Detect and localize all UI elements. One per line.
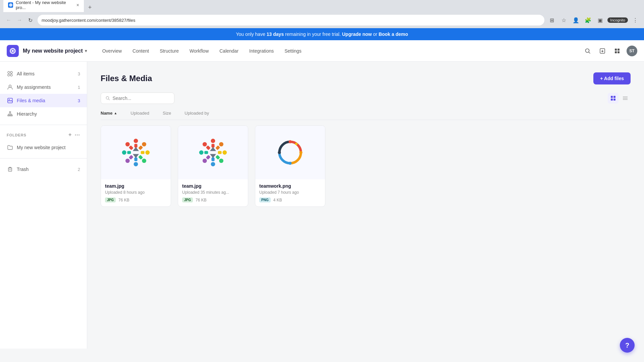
files-media-label: Files & media — [17, 98, 45, 103]
col-header-name[interactable]: Name ▲ — [101, 111, 117, 116]
svg-point-46 — [134, 162, 138, 166]
svg-rect-45 — [138, 155, 143, 160]
file-size-2: 76 KB — [196, 198, 207, 202]
file-card-3[interactable]: teamwork.png Uploaded 7 hours ago PNG 4 … — [255, 125, 325, 207]
folders-label: FOLDERS — [7, 133, 26, 137]
file-type-badge-1: JPG — [105, 197, 116, 202]
sidebar-item-all-items[interactable]: All items 3 — [0, 67, 87, 80]
back-button[interactable]: ← — [4, 15, 13, 25]
svg-rect-69 — [206, 145, 211, 150]
search-input[interactable] — [112, 96, 169, 101]
col-header-uploaded[interactable]: Uploaded — [130, 111, 149, 116]
avatar[interactable]: ST — [627, 46, 637, 56]
svg-point-10 — [8, 71, 10, 73]
svg-line-3 — [589, 52, 590, 53]
sidebar-item-my-assignments[interactable]: My assignments 1 — [0, 80, 87, 94]
svg-point-68 — [202, 141, 208, 147]
file-card-2[interactable]: team.jpg Uploaded 35 minutes ag... JPG 7… — [178, 125, 248, 207]
svg-point-50 — [122, 150, 126, 155]
svg-point-70 — [288, 140, 291, 143]
svg-point-11 — [10, 71, 12, 73]
folders-section-header: FOLDERS + ⋯ — [0, 129, 87, 141]
search-icon[interactable] — [582, 46, 593, 56]
upgrade-now-link[interactable]: Upgrade now — [342, 32, 372, 37]
app-logo[interactable] — [7, 45, 19, 57]
content-area: Files & Media + Add files — [87, 62, 644, 349]
svg-point-40 — [141, 141, 147, 147]
sidebar-item-trash[interactable]: Trash 2 — [0, 163, 87, 176]
tab-title: Content - My new website pro... — [16, 0, 74, 10]
search-icon — [106, 96, 110, 101]
trial-days: 13 days — [267, 32, 284, 37]
svg-line-30 — [108, 99, 109, 100]
svg-point-13 — [10, 74, 12, 76]
svg-point-52 — [124, 141, 130, 147]
sidebar-divider — [0, 125, 87, 125]
svg-point-12 — [8, 74, 10, 76]
bookmark-icon[interactable]: ☆ — [559, 15, 569, 25]
nav-workflow[interactable]: Workflow — [185, 46, 213, 56]
book-demo-link[interactable]: Book a demo — [379, 32, 408, 37]
sidebar-divider-2 — [0, 158, 87, 159]
forward-button[interactable]: → — [15, 15, 24, 25]
svg-point-62 — [211, 162, 215, 166]
svg-point-0 — [9, 3, 12, 7]
files-media-icon — [7, 97, 13, 104]
sidebar-item-files-media[interactable]: Files & media 3 — [0, 94, 87, 107]
app: You only have 13 days remaining in your … — [0, 28, 644, 349]
extensions-icon[interactable]: ⊞ — [547, 15, 556, 25]
tab-close-button[interactable]: × — [76, 2, 79, 8]
file-card-1[interactable]: team.jpg Uploaded 8 hours ago JPG 76 KB — [101, 125, 171, 207]
nav-integrations[interactable]: Integrations — [245, 46, 278, 56]
nav-settings[interactable]: Settings — [280, 46, 306, 56]
grid-icon[interactable] — [612, 46, 623, 56]
browser-tabs: Content - My new website pro... × + — [0, 0, 644, 12]
file-info-1: team.jpg Uploaded 8 hours ago JPG 76 KB — [101, 179, 171, 206]
sidebar-icon[interactable]: ▣ — [595, 15, 605, 25]
col-header-size[interactable]: Size — [163, 111, 171, 116]
search-box[interactable] — [101, 93, 174, 104]
new-tab-button[interactable]: + — [85, 3, 95, 12]
nav-calendar[interactable]: Calendar — [215, 46, 243, 56]
svg-rect-49 — [129, 155, 133, 160]
my-assignments-label: My assignments — [17, 84, 51, 90]
browser-chrome: Content - My new website pro... × + ← → … — [0, 0, 644, 28]
profile-icon[interactable]: 👤 — [571, 15, 581, 25]
more-options-icon[interactable]: ⋮ — [631, 15, 640, 25]
svg-point-56 — [218, 141, 224, 147]
svg-rect-17 — [9, 112, 11, 113]
file-uploaded-1: Uploaded 8 hours ago — [105, 190, 167, 195]
url-text: moodjoy.gathercontent.com/content/385827… — [42, 18, 135, 23]
svg-point-73 — [278, 151, 281, 154]
files-media-count: 3 — [78, 98, 80, 103]
col-uploaded-label: Uploaded — [130, 111, 149, 116]
folder-more-icon[interactable]: ⋯ — [74, 132, 80, 138]
file-type-badge-2: JPG — [182, 197, 193, 202]
address-bar[interactable]: moodjoy.gathercontent.com/content/385827… — [38, 15, 544, 25]
sort-icon: ▲ — [114, 111, 117, 115]
nav-overview[interactable]: Overview — [98, 46, 126, 56]
col-uploaded-by-label: Uploaded by — [184, 111, 209, 116]
page-header: Files & Media + Add files — [101, 72, 631, 84]
active-tab[interactable]: Content - My new website pro... × — [3, 0, 84, 12]
svg-rect-32 — [613, 96, 615, 98]
col-header-uploaded-by[interactable]: Uploaded by — [184, 111, 209, 116]
my-assignments-icon — [7, 84, 13, 90]
sidebar-item-hierarchy[interactable]: Hierarchy — [0, 107, 87, 121]
nav-content[interactable]: Content — [128, 46, 154, 56]
nav-structure[interactable]: Structure — [155, 46, 183, 56]
file-size-3: 4 KB — [273, 198, 282, 202]
extension-puzzle-icon[interactable]: 🧩 — [583, 15, 593, 25]
list-view-button[interactable] — [620, 93, 631, 104]
add-folder-icon[interactable]: + — [68, 132, 72, 138]
file-info-2: team.jpg Uploaded 35 minutes ag... JPG 7… — [178, 179, 248, 206]
grid-view-button[interactable] — [608, 93, 619, 104]
file-type-badge-3: PNG — [259, 197, 271, 202]
sidebar-folder-project[interactable]: My new website project — [0, 141, 87, 154]
file-meta-1: JPG 76 KB — [105, 197, 167, 202]
export-icon[interactable] — [597, 46, 608, 56]
svg-rect-34 — [613, 99, 615, 101]
project-name[interactable]: My new website project ▾ — [23, 48, 87, 54]
add-files-button[interactable]: + Add files — [593, 72, 631, 84]
reload-button[interactable]: ↻ — [25, 15, 35, 25]
